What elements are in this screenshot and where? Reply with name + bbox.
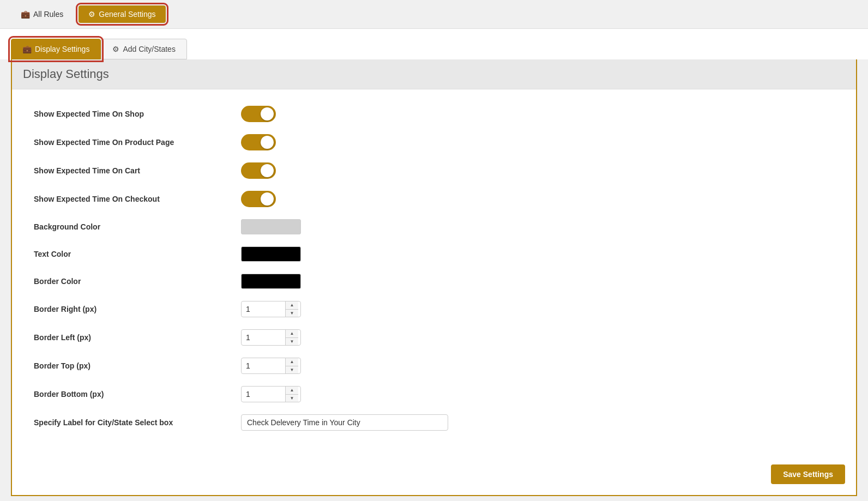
row-text-color: Text Color <box>34 246 834 262</box>
control-border-left: ▲ ▼ <box>241 329 834 346</box>
stepper-border-right: ▲ ▼ <box>241 301 301 317</box>
label-show-checkout: Show Expected Time On Checkout <box>34 195 241 203</box>
border-left-down[interactable]: ▼ <box>286 338 298 346</box>
all-rules-label: All Rules <box>33 10 63 19</box>
row-show-checkout: Show Expected Time On Checkout <box>34 191 834 207</box>
stepper-border-top: ▲ ▼ <box>241 358 301 374</box>
border-color-box[interactable] <box>241 274 301 289</box>
main-content: Display Settings Show Expected Time On S… <box>11 59 857 496</box>
label-border-left: Border Left (px) <box>34 333 241 342</box>
border-top-input[interactable] <box>242 359 285 372</box>
control-border-color <box>241 274 834 289</box>
briefcase-icon <box>21 10 30 19</box>
toggle-thumb-show-cart <box>261 164 274 177</box>
row-border-color: Border Color <box>34 274 834 289</box>
label-border-color: Border Color <box>34 277 241 286</box>
row-show-cart: Show Expected Time On Cart <box>34 162 834 179</box>
tab-bar: 💼 Display Settings ⚙ Add City/States <box>0 29 868 59</box>
stepper-border-bottom: ▲ ▼ <box>241 386 301 402</box>
border-bottom-input[interactable] <box>242 388 285 401</box>
toggle-thumb-show-shop <box>261 107 274 120</box>
border-left-input[interactable] <box>242 331 285 344</box>
row-show-shop: Show Expected Time On Shop <box>34 106 834 122</box>
gear-icon-tab: ⚙ <box>112 45 119 53</box>
gear-icon-nav <box>88 10 95 19</box>
toggle-thumb-show-checkout <box>261 192 274 206</box>
border-right-down[interactable]: ▼ <box>286 310 298 318</box>
row-border-left: Border Left (px) ▲ ▼ <box>34 329 834 346</box>
row-bg-color: Background Color <box>34 219 834 234</box>
control-border-right: ▲ ▼ <box>241 301 834 317</box>
border-right-input[interactable] <box>242 303 285 316</box>
city-label-input[interactable] <box>241 414 448 431</box>
label-text-color: Text Color <box>34 250 241 258</box>
row-border-bottom: Border Bottom (px) ▲ ▼ <box>34 386 834 402</box>
border-top-down[interactable]: ▼ <box>286 366 298 375</box>
control-bg-color <box>241 219 834 234</box>
label-show-shop: Show Expected Time On Shop <box>34 110 241 118</box>
border-right-up[interactable]: ▲ <box>286 301 298 310</box>
label-border-top: Border Top (px) <box>34 361 241 370</box>
toggle-show-checkout[interactable] <box>241 191 276 207</box>
control-border-top: ▲ ▼ <box>241 358 834 374</box>
briefcase-icon-tab: 💼 <box>22 45 32 53</box>
toggle-show-cart[interactable] <box>241 162 276 179</box>
label-bg-color: Background Color <box>34 222 241 231</box>
toggle-show-shop[interactable] <box>241 106 276 122</box>
control-city-label <box>241 414 834 431</box>
stepper-arrows-border-left: ▲ ▼ <box>285 329 298 346</box>
stepper-arrows-border-bottom: ▲ ▼ <box>285 386 298 402</box>
stepper-arrows-border-top: ▲ ▼ <box>285 358 298 374</box>
border-bottom-down[interactable]: ▼ <box>286 395 298 403</box>
settings-body: Show Expected Time On Shop Show Expected… <box>12 89 856 459</box>
label-show-product: Show Expected Time On Product Page <box>34 138 241 147</box>
label-city-label: Specify Label for City/State Select box <box>34 418 241 427</box>
control-show-product <box>241 134 834 150</box>
control-show-cart <box>241 162 834 179</box>
stepper-border-left: ▲ ▼ <box>241 329 301 346</box>
general-settings-button[interactable]: General Settings <box>79 5 165 23</box>
stepper-arrows-border-right: ▲ ▼ <box>285 301 298 317</box>
control-text-color <box>241 246 834 262</box>
save-settings-button[interactable]: Save Settings <box>771 464 845 484</box>
text-color-box[interactable] <box>241 246 301 262</box>
all-rules-button[interactable]: All Rules <box>11 5 73 23</box>
row-border-top: Border Top (px) ▲ ▼ <box>34 358 834 374</box>
section-title: Display Settings <box>23 67 845 81</box>
row-show-product: Show Expected Time On Product Page <box>34 134 834 150</box>
label-border-right: Border Right (px) <box>34 305 241 313</box>
section-header: Display Settings <box>12 59 856 89</box>
row-city-label: Specify Label for City/State Select box <box>34 414 834 431</box>
border-top-up[interactable]: ▲ <box>286 358 298 366</box>
settings-footer: Save Settings <box>12 459 856 495</box>
border-bottom-up[interactable]: ▲ <box>286 386 298 395</box>
border-left-up[interactable]: ▲ <box>286 329 298 338</box>
control-border-bottom: ▲ ▼ <box>241 386 834 402</box>
tab-display-settings[interactable]: 💼 Display Settings <box>11 39 101 59</box>
display-settings-tab-label: Display Settings <box>35 45 89 53</box>
label-border-bottom: Border Bottom (px) <box>34 390 241 399</box>
bg-color-box[interactable] <box>241 219 301 234</box>
control-show-checkout <box>241 191 834 207</box>
add-city-states-tab-label: Add City/States <box>123 45 176 53</box>
toggle-show-product[interactable] <box>241 134 276 150</box>
toggle-thumb-show-product <box>261 136 274 149</box>
label-show-cart: Show Expected Time On Cart <box>34 166 241 175</box>
top-nav: All Rules General Settings <box>0 0 868 29</box>
tab-add-city-states[interactable]: ⚙ Add City/States <box>101 39 187 59</box>
control-show-shop <box>241 106 834 122</box>
row-border-right: Border Right (px) ▲ ▼ <box>34 301 834 317</box>
general-settings-label: General Settings <box>99 10 155 19</box>
